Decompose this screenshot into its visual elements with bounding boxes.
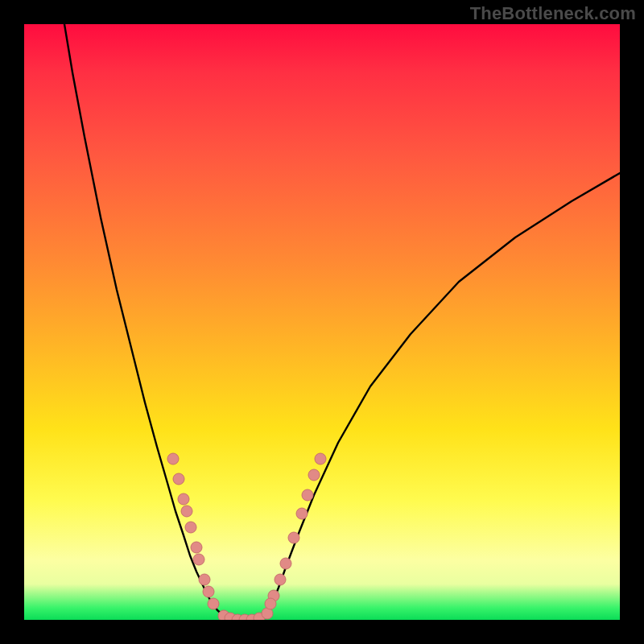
marker-dot: [208, 598, 219, 609]
marker-dot: [275, 574, 286, 585]
plot-area: [24, 24, 620, 620]
marker-dot: [280, 558, 291, 569]
marker-dot: [288, 532, 299, 543]
marker-dot: [265, 598, 276, 609]
marker-dot: [193, 554, 204, 565]
marker-dot: [178, 493, 189, 505]
marker-dot: [167, 453, 179, 464]
curve-svg: [24, 24, 620, 620]
marker-dot: [203, 586, 214, 597]
scatter-markers: [167, 453, 326, 620]
marker-dot: [185, 522, 196, 533]
marker-dot: [173, 473, 184, 485]
marker-dot: [181, 506, 192, 517]
watermark-label: TheBottleneck.com: [470, 3, 636, 24]
marker-dot: [315, 453, 326, 464]
marker-dot: [199, 574, 210, 585]
marker-dot: [191, 542, 202, 553]
v-curve: [64, 24, 620, 620]
chart-stage: TheBottleneck.com: [0, 0, 644, 644]
marker-dot: [296, 508, 308, 519]
marker-dot: [302, 489, 313, 501]
marker-dot: [308, 469, 320, 481]
